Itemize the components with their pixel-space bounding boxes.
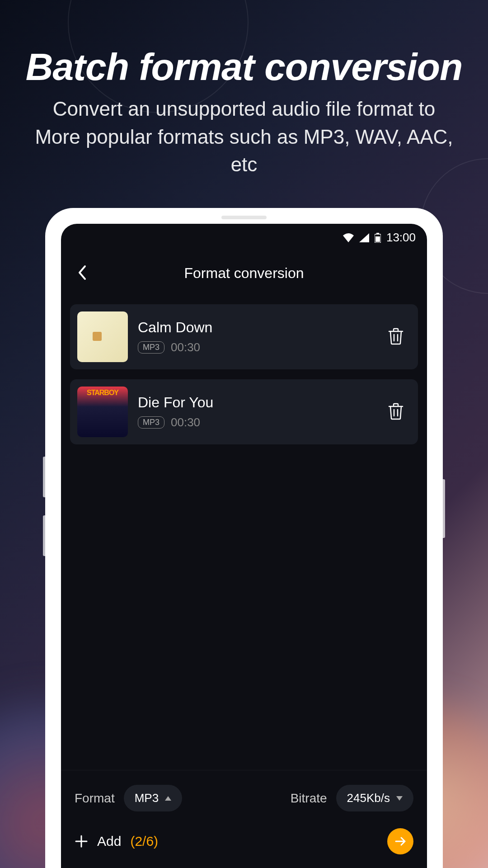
track-title: Calm Down xyxy=(138,319,388,336)
phone-speaker xyxy=(221,216,267,219)
plus-icon xyxy=(75,835,88,848)
bitrate-value: 245Kb/s xyxy=(347,791,390,805)
page-title: Format conversion xyxy=(75,265,413,282)
album-title-text: STARBOY xyxy=(87,389,118,397)
signal-icon xyxy=(359,233,369,242)
phone-screen: 13:00 Format conversion Calm Down xyxy=(61,224,427,868)
track-meta: MP3 00:30 xyxy=(138,415,388,429)
back-button[interactable] xyxy=(77,264,87,283)
arrow-right-icon xyxy=(394,836,407,847)
next-button[interactable] xyxy=(387,828,413,854)
phone-frame: 13:00 Format conversion Calm Down xyxy=(45,208,443,868)
track-artwork xyxy=(77,311,128,362)
status-time: 13:00 xyxy=(386,231,416,245)
chevron-down-icon xyxy=(396,796,403,801)
add-button[interactable]: Add (2/6) xyxy=(75,834,158,849)
bitrate-dropdown[interactable]: 245Kb/s xyxy=(336,785,413,811)
format-dropdown[interactable]: MP3 xyxy=(124,785,182,811)
status-bar: 13:00 xyxy=(61,224,427,251)
delete-button[interactable] xyxy=(388,402,404,422)
conversion-controls: Format MP3 Bitrate 245Kb/s xyxy=(61,770,427,811)
trash-icon xyxy=(388,327,404,345)
format-badge: MP3 xyxy=(138,416,164,429)
track-item[interactable]: Calm Down MP3 00:30 xyxy=(70,304,418,369)
phone-mockup: 13:00 Format conversion Calm Down xyxy=(45,208,443,868)
chevron-up-icon xyxy=(165,796,171,801)
promo-title: Batch format conversion xyxy=(0,45,488,89)
add-label: Add xyxy=(97,834,121,849)
wifi-icon xyxy=(343,233,354,242)
promo-subtitle: Convert an unsupported audio file format… xyxy=(32,95,456,179)
track-artwork: STARBOY xyxy=(77,387,128,437)
track-list: Calm Down MP3 00:30 ST xyxy=(61,295,427,463)
add-count: (2/6) xyxy=(130,834,158,849)
trash-icon xyxy=(388,402,404,420)
track-item[interactable]: STARBOY Die For You MP3 00:30 xyxy=(70,379,418,444)
format-value: MP3 xyxy=(135,791,159,805)
svg-rect-2 xyxy=(375,236,380,242)
battery-icon xyxy=(375,233,381,243)
track-info: Calm Down MP3 00:30 xyxy=(138,319,388,354)
app-header: Format conversion xyxy=(61,251,427,295)
chevron-left-icon xyxy=(77,264,87,281)
format-badge: MP3 xyxy=(138,341,164,354)
track-info: Die For You MP3 00:30 xyxy=(138,394,388,429)
svg-rect-1 xyxy=(376,233,379,234)
track-title: Die For You xyxy=(138,394,388,411)
delete-button[interactable] xyxy=(388,327,404,347)
format-label: Format xyxy=(75,791,115,806)
track-duration: 00:30 xyxy=(171,415,200,429)
bottom-action-bar: Add (2/6) xyxy=(61,828,427,854)
track-meta: MP3 00:30 xyxy=(138,340,388,354)
bitrate-label: Bitrate xyxy=(291,791,327,806)
track-duration: 00:30 xyxy=(171,340,200,354)
power-button xyxy=(443,479,445,538)
